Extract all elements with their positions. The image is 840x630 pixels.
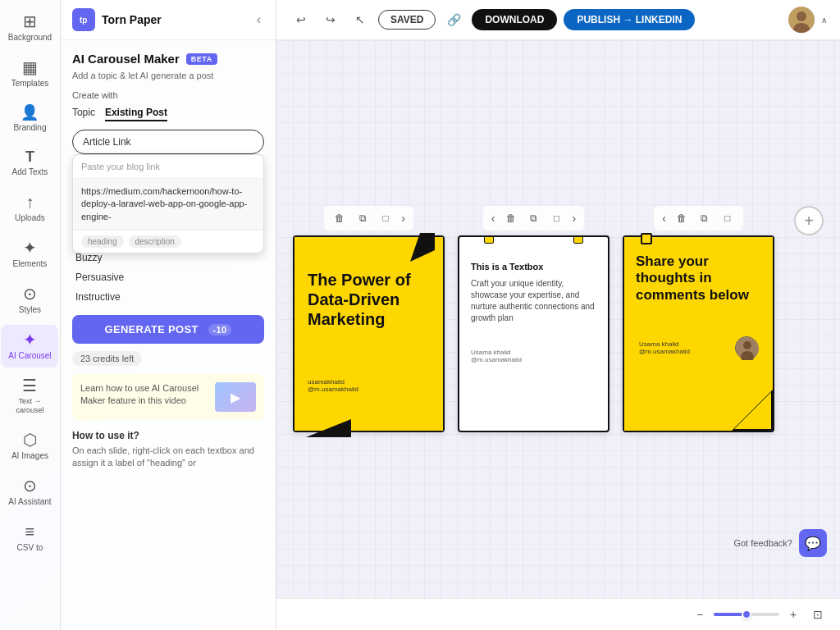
tutorial-text: Learn how to use AI Carousel Maker featu… — [80, 382, 208, 408]
slide-1-title: The Power of Data-Driven Marketing — [308, 270, 430, 329]
slide-3-inner: Share your thoughts in comments below Us… — [624, 237, 773, 431]
add-slide-button[interactable]: + — [794, 206, 824, 235]
canvas-area: ↩ ↪ ↖ SAVED 🔗 DOWNLOAD PUBLISH → LINKEDI… — [276, 0, 840, 630]
slide-2-toolbar: ‹ 🗑 ⧉ □ › — [483, 206, 584, 231]
svg-point-3 — [797, 11, 806, 21]
tone-persuasive[interactable]: Persuasive — [72, 269, 264, 285]
sidebar-item-uploads[interactable]: ↑ Uploads — [1, 187, 58, 230]
feedback-button[interactable]: 💬 — [799, 529, 827, 557]
slide-duplicate-btn[interactable]: ⧉ — [354, 209, 372, 227]
chevron-up-icon[interactable]: ∧ — [821, 16, 827, 25]
zoom-slider[interactable] — [714, 613, 779, 616]
slide-delete-btn[interactable]: 🗑 — [331, 209, 349, 227]
slide-3-bottom: Usama khalid @m.usamakhalid — [636, 336, 761, 359]
article-link-container: Article Link Paste your blog link https:… — [72, 130, 264, 154]
sidebar-icons: ⊞ Background ▦ Templates 👤 Branding T Ad… — [0, 0, 61, 630]
publish-button[interactable]: PUBLISH → LINKEDIN — [564, 9, 695, 30]
pin-top-left — [641, 233, 652, 244]
sidebar-item-label: AI Images — [11, 451, 48, 461]
panel-header-left: tp Torn Paper — [72, 8, 162, 31]
sidebar-item-branding[interactable]: 👤 Branding — [1, 98, 58, 139]
main-toolbar: ↩ ↪ ↖ SAVED 🔗 DOWNLOAD PUBLISH → LINKEDI… — [276, 0, 840, 40]
generate-post-button[interactable]: GENERATE POST -10 — [72, 315, 264, 344]
sidebar-item-label: Branding — [13, 123, 46, 133]
zoom-out-button[interactable]: − — [691, 605, 709, 623]
uploads-icon: ↑ — [25, 194, 34, 210]
templates-icon: ▦ — [22, 59, 38, 75]
slide-next-arrow[interactable]: › — [399, 210, 407, 226]
article-link-dropdown: Paste your blog link https://medium.com/… — [72, 154, 264, 253]
ai-carousel-panel: tp Torn Paper ‹ AI Carousel Maker BETA A… — [61, 0, 276, 630]
panel-content: AI Carousel Maker BETA Add a topic & let… — [61, 40, 276, 630]
undo-button[interactable]: ↩ — [290, 8, 313, 31]
slide-1-inner: The Power of Data-Driven Marketing usama… — [294, 237, 443, 431]
svg-text:tp: tp — [80, 16, 87, 25]
tutorial-thumbnail[interactable]: ▶ — [215, 382, 256, 412]
feedback-label: Got feedback? — [733, 538, 792, 548]
sidebar-item-label: Elements — [13, 259, 48, 269]
screen-icon[interactable]: ⊡ — [809, 605, 827, 623]
slide-delete-btn[interactable]: 🗑 — [673, 209, 691, 227]
article-url[interactable]: https://medium.com/hackernoon/how-to-dep… — [73, 179, 263, 231]
pin-right — [573, 235, 583, 244]
saved-button[interactable]: SAVED — [378, 10, 436, 30]
slide-prev-arrow[interactable]: ‹ — [490, 210, 497, 226]
tab-topic[interactable]: Topic — [72, 105, 95, 121]
slide-expand-btn[interactable]: □ — [719, 209, 737, 227]
tone-instructive[interactable]: Instructive — [72, 289, 264, 305]
slide-1[interactable]: The Power of Data-Driven Marketing usama… — [293, 235, 445, 432]
download-button[interactable]: DOWNLOAD — [472, 9, 557, 30]
ai-carousel-icon: ✦ — [23, 331, 37, 348]
article-link-button[interactable]: Article Link — [72, 130, 264, 154]
ai-assistant-icon: ⊙ — [23, 477, 37, 494]
sidebar-item-background[interactable]: ⊞ Background — [1, 7, 58, 49]
user-avatar[interactable] — [788, 7, 815, 33]
sidebar-item-text-carousel[interactable]: ☰ Text → carousel — [1, 371, 58, 422]
slide-2[interactable]: This is a Textbox Craft your unique iden… — [458, 235, 609, 432]
sidebar-item-label: Uploads — [15, 213, 45, 223]
slide-3-title: Share your thoughts in comments below — [636, 253, 761, 304]
slide-delete-btn[interactable]: 🗑 — [502, 209, 520, 227]
slide-3[interactable]: Share your thoughts in comments below Us… — [623, 235, 774, 432]
how-to-text: On each slide, right-click on each textb… — [72, 445, 264, 470]
torn-paper-logo: tp — [72, 8, 95, 31]
slide-prev-arrow[interactable]: ‹ — [660, 210, 668, 226]
slide-2-text: Craft your unique identity, showcase you… — [471, 278, 596, 324]
slide-expand-btn[interactable]: □ — [377, 209, 395, 227]
sidebar-item-elements[interactable]: ✦ Elements — [1, 233, 58, 276]
sidebar-item-add-texts[interactable]: T Add Texts — [1, 143, 58, 184]
sidebar-item-csv[interactable]: ≡ CSV to — [1, 517, 58, 559]
paste-hint: Paste your blog link — [73, 155, 263, 179]
slide-3-toolbar: ‹ 🗑 ⧉ □ — [654, 206, 743, 231]
slide-2-username: Usama khalid @m.usamakhalid — [471, 349, 596, 363]
sidebar-item-ai-images[interactable]: ⬡ AI Images — [1, 425, 58, 468]
sidebar-item-label: CSV to — [17, 543, 43, 553]
sidebar-item-styles[interactable]: ⊙ Styles — [1, 279, 58, 322]
slide-duplicate-btn[interactable]: ⧉ — [525, 209, 543, 227]
redo-button[interactable]: ↪ — [319, 8, 342, 31]
slide-duplicate-btn[interactable]: ⧉ — [696, 209, 714, 227]
slide-3-container: ‹ 🗑 ⧉ □ Share your tho — [623, 206, 774, 432]
sidebar-item-ai-assistant[interactable]: ⊙ AI Assistant — [1, 471, 58, 514]
zoom-in-button[interactable]: + — [784, 605, 802, 623]
tab-existing-post[interactable]: Existing Post — [105, 105, 167, 121]
text-icon: T — [25, 149, 34, 164]
slide-expand-btn[interactable]: □ — [548, 209, 566, 227]
panel-close-button[interactable]: ‹ — [253, 9, 264, 30]
bottom-bar: − + ⊡ — [276, 598, 840, 630]
slide-2-content: This is a Textbox Craft your unique iden… — [459, 237, 608, 375]
zoom-control: − + — [691, 605, 802, 623]
dropdown-tags: heading description — [73, 231, 263, 253]
sidebar-item-label: Add Texts — [12, 167, 48, 177]
link-button[interactable]: 🔗 — [442, 8, 465, 31]
create-with-label: Create with — [72, 90, 264, 100]
slide-3-content: Share your thoughts in comments below Us… — [624, 237, 773, 376]
pointer-button[interactable]: ↖ — [349, 8, 372, 31]
slide-3-username: Usama khalid @m.usamakhalid — [639, 340, 690, 355]
sidebar-item-templates[interactable]: ▦ Templates — [1, 52, 58, 95]
ai-carousel-header: AI Carousel Maker BETA — [72, 52, 264, 66]
sidebar-item-ai-carousel[interactable]: ✦ AI Carousel — [1, 325, 58, 368]
slide-next-arrow[interactable]: › — [571, 210, 578, 226]
panel-title: Torn Paper — [102, 13, 162, 26]
tutorial-card: Learn how to use AI Carousel Maker featu… — [72, 374, 264, 420]
